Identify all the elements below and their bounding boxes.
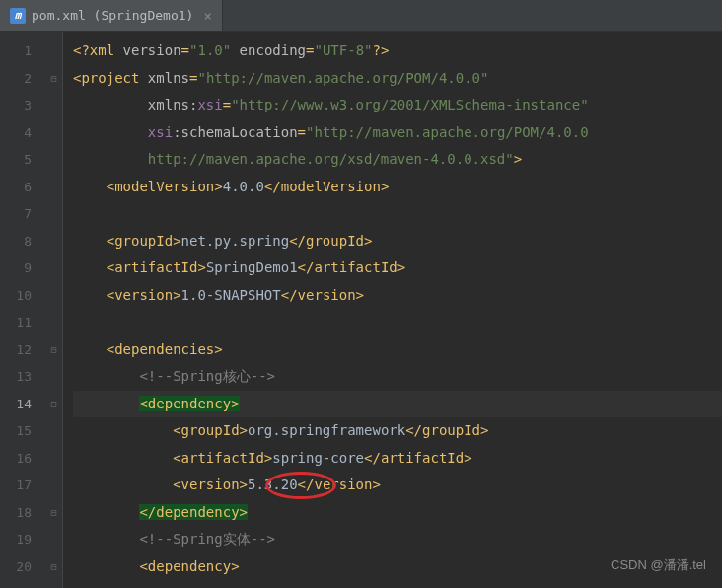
line-number: 9 <box>0 255 45 282</box>
line-number: 5 <box>0 146 45 174</box>
code-line: <dependencies> <box>73 336 722 364</box>
code-line: <artifactId>spring-core</artifactId> <box>73 445 722 473</box>
line-number: 7 <box>0 200 45 228</box>
code-line: http://maven.apache.org/xsd/maven-4.0.0.… <box>73 146 722 174</box>
code-line: <?xml version="1.0" encoding="UTF-8"?> <box>73 37 722 65</box>
file-tab[interactable]: m pom.xml (SpringDemo1) × <box>0 0 223 31</box>
tab-title: pom.xml (SpringDemo1) <box>32 8 193 23</box>
close-icon[interactable]: × <box>199 8 211 24</box>
code-line: xmlns:xsi="http://www.w3.org/2001/XMLSch… <box>73 92 722 119</box>
fold-icon[interactable]: ⊟ <box>45 553 62 581</box>
fold-icon[interactable]: ⊟ <box>45 336 62 364</box>
tab-bar: m pom.xml (SpringDemo1) × <box>0 0 722 32</box>
editor: 1 2 3 4 5 6 7 8 9 10 11 12 13 14 15 16 1… <box>0 32 722 588</box>
code-line: <version>1.0-SNAPSHOT</version> <box>73 282 722 310</box>
code-line: <version>5.3.20</version> <box>73 472 722 499</box>
code-line: <groupId>net.py.spring</groupId> <box>73 228 722 256</box>
line-number: 20 <box>0 553 45 581</box>
code-line <box>73 309 722 336</box>
fold-icon[interactable]: ⊟ <box>45 499 62 527</box>
line-number: 13 <box>0 363 45 391</box>
line-number: 19 <box>0 526 45 553</box>
code-line: <!--Spring核心--> <box>73 363 722 391</box>
line-number: 14 <box>0 391 45 418</box>
maven-icon: m <box>10 8 26 24</box>
fold-icon[interactable]: ⊟ <box>45 391 62 418</box>
line-number: 12 <box>0 336 45 364</box>
line-number: 4 <box>0 119 45 147</box>
line-number: 15 <box>0 417 45 445</box>
line-number: 6 <box>0 174 45 201</box>
code-line: <project xmlns="http://maven.apache.org/… <box>73 65 722 93</box>
line-number: 11 <box>0 309 45 336</box>
code-line: <artifactId>SpringDemo1</artifactId> <box>73 255 722 282</box>
fold-icon[interactable] <box>45 37 62 65</box>
line-number: 1 <box>0 37 45 65</box>
line-number: 17 <box>0 472 45 499</box>
line-number: 3 <box>0 92 45 119</box>
line-number: 2 <box>0 65 45 93</box>
code-line: <dependency> <box>73 391 722 418</box>
code-line: xsi:schemaLocation="http://maven.apache.… <box>73 119 722 147</box>
watermark: CSDN @潘潘.tel <box>611 556 706 574</box>
line-number: 16 <box>0 445 45 473</box>
code-area[interactable]: <?xml version="1.0" encoding="UTF-8"?> <… <box>63 32 722 588</box>
code-line <box>73 200 722 228</box>
line-number: 10 <box>0 282 45 310</box>
code-line: <groupId>org.springframework</groupId> <box>73 417 722 445</box>
code-line: <modelVersion>4.0.0</modelVersion> <box>73 174 722 201</box>
code-line: <!--Spring实体--> <box>73 526 722 553</box>
line-number: 8 <box>0 228 45 256</box>
fold-column: ⊟ ⊟ ⊟ ⊟ ⊟ 💡 <box>45 32 63 588</box>
fold-icon[interactable]: ⊟ <box>45 65 62 93</box>
code-line: </dependency> <box>73 499 722 527</box>
line-number-gutter: 1 2 3 4 5 6 7 8 9 10 11 12 13 14 15 16 1… <box>0 32 45 588</box>
line-number: 18 <box>0 499 45 527</box>
